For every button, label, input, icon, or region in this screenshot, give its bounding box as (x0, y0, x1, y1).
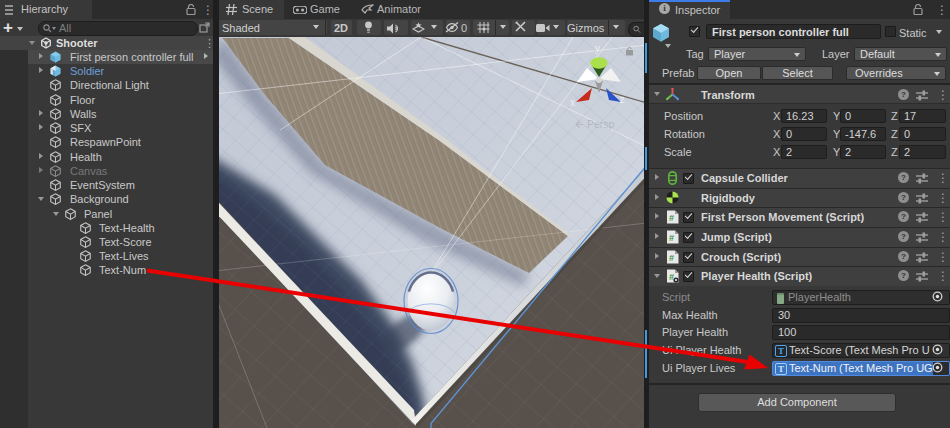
svg-text:#: # (669, 233, 674, 243)
svg-text:#: # (669, 253, 674, 263)
svg-text:z: z (620, 94, 625, 105)
svg-text:#: # (669, 272, 674, 282)
svg-text:#: # (669, 213, 674, 223)
svg-text:y: y (595, 43, 600, 54)
svg-text:x: x (570, 97, 575, 108)
svg-text:Persp: Persp (587, 118, 615, 130)
